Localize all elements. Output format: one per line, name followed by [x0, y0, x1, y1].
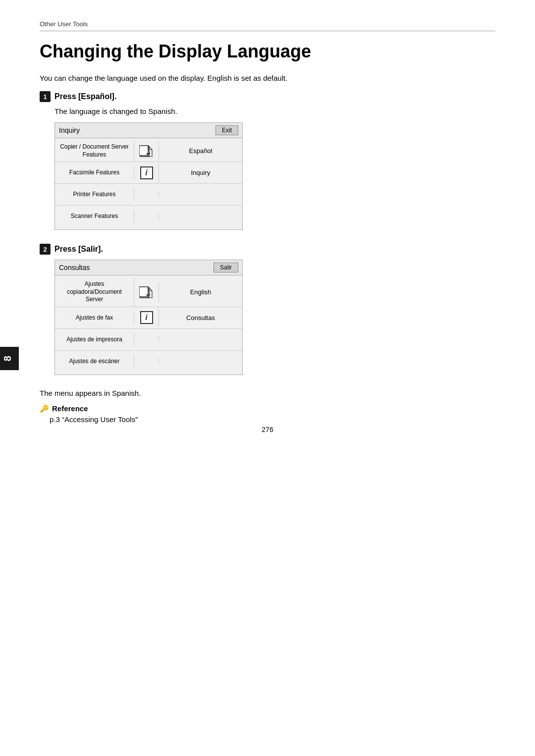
step-1-panel: Inquiry Exit Copier / Document Server Fe…	[54, 122, 243, 230]
row-2-icon: i	[134, 163, 159, 182]
row-3-right	[159, 192, 242, 198]
row-4-icon	[134, 359, 159, 365]
table-row: Copier / Document Server Features ↩ Espa…	[55, 140, 242, 162]
step-1-panel-header: Inquiry Exit	[55, 123, 242, 138]
step-2-heading: 2 Press [Salir].	[40, 244, 495, 255]
row-4-right	[159, 214, 242, 219]
step-1-exit-button[interactable]: Exit	[215, 125, 238, 135]
copier-icon: ↩	[139, 286, 154, 299]
step-1-section: 1 Press [Español]. The language is chang…	[40, 91, 495, 230]
page-title: Changing the Display Language	[40, 41, 495, 62]
after-step2-text: The menu appears in Spanish.	[40, 389, 495, 397]
step-1-description: The language is changed to Spanish.	[54, 107, 495, 115]
table-row: Ajustes de escáner	[55, 351, 242, 373]
page-number: 276	[262, 426, 273, 433]
step-2-panel-header: Consultas Salir	[55, 260, 242, 275]
table-row: Scanner Features	[55, 206, 242, 227]
breadcrumb: Other User Tools	[40, 20, 495, 31]
row-2-label: Facsimile Features	[55, 166, 134, 180]
copier-icon: ↩	[139, 145, 154, 158]
table-row: Ajustes de impresora	[55, 329, 242, 351]
info-icon: i	[140, 311, 153, 324]
row-1-right: Español	[159, 144, 242, 158]
row-2-icon: i	[134, 308, 159, 327]
row-2-right: Inquiry	[159, 166, 242, 179]
row-1-icon: ↩	[134, 142, 159, 161]
row-1-right: English	[159, 285, 242, 299]
step-2-panel-title: Consultas	[59, 264, 90, 271]
row-3-icon	[134, 336, 159, 342]
svg-text:↩: ↩	[146, 151, 151, 157]
reference-heading: 🔑 Reference	[40, 404, 495, 413]
breadcrumb-text: Other User Tools	[40, 20, 88, 28]
page-tab: 8	[0, 347, 19, 370]
row-2-right: Consultas	[159, 311, 242, 324]
step-2-panel: Consultas Salir Ajustes copiadora/Docume…	[54, 260, 243, 375]
table-row: Ajustes de fax i Consultas	[55, 307, 242, 329]
step-2-label: Press [Salir].	[54, 245, 103, 254]
step-1-label: Press [Español].	[54, 92, 116, 101]
step-2-section: 2 Press [Salir]. Consultas Salir Ajustes…	[40, 244, 495, 375]
table-row: Printer Features	[55, 184, 242, 206]
info-icon: i	[140, 166, 153, 179]
table-row: Ajustes copiadora/Document Server ↩ Engl…	[55, 277, 242, 307]
row-3-label: Printer Features	[55, 188, 134, 202]
row-3-label: Ajustes de impresora	[55, 333, 134, 347]
step-1-heading: 1 Press [Español].	[40, 91, 495, 102]
row-1-label: Ajustes copiadora/Document Server	[55, 277, 134, 307]
row-3-icon	[134, 192, 159, 198]
reference-label: Reference	[52, 404, 88, 413]
row-1-icon: ↩	[134, 283, 159, 302]
reference-icon: 🔑	[40, 404, 49, 413]
step-1-panel-title: Inquiry	[59, 126, 80, 134]
row-2-label: Ajustes de fax	[55, 311, 134, 325]
reference-link[interactable]: p.3 “Accessing User Tools”	[50, 415, 495, 424]
step-2-exit-button[interactable]: Salir	[214, 263, 238, 272]
table-row: Facsimile Features i Inquiry	[55, 162, 242, 184]
step-2-panel-body: Ajustes copiadora/Document Server ↩ Engl…	[55, 275, 242, 375]
step-1-number: 1	[40, 91, 51, 102]
intro-paragraph: You can change the language used on the …	[40, 74, 495, 82]
row-4-icon	[134, 214, 159, 219]
reference-section: 🔑 Reference p.3 “Accessing User Tools”	[40, 404, 495, 424]
step-1-panel-body: Copier / Document Server Features ↩ Espa…	[55, 138, 242, 229]
row-1-label: Copier / Document Server Features	[55, 140, 134, 162]
svg-text:↩: ↩	[146, 292, 151, 298]
row-4-right	[159, 359, 242, 365]
row-3-right	[159, 336, 242, 342]
row-4-label: Scanner Features	[55, 210, 134, 223]
row-4-label: Ajustes de escáner	[55, 355, 134, 369]
step-2-number: 2	[40, 244, 51, 255]
